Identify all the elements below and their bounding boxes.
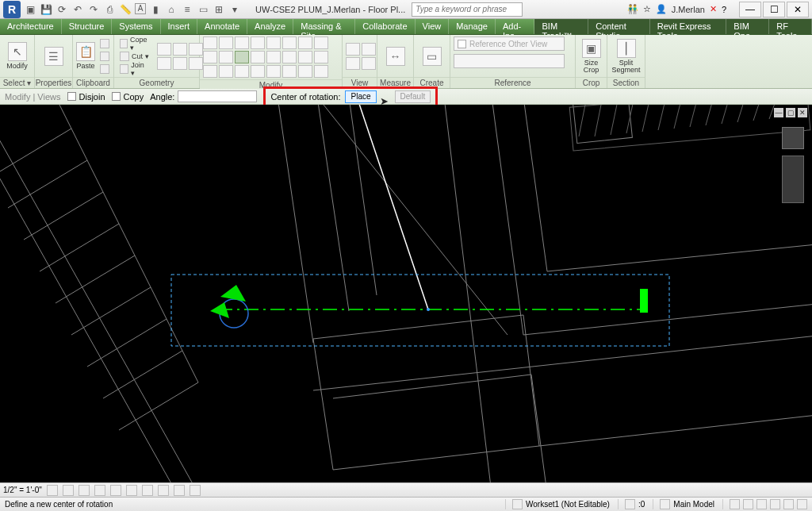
view-min-icon[interactable]: — (774, 108, 783, 117)
select-face-icon[interactable] (770, 499, 780, 509)
close-button[interactable]: ✕ (787, 2, 809, 17)
editable-only-icon[interactable] (625, 499, 635, 509)
mod-icon[interactable] (298, 65, 312, 78)
tab-collaborate[interactable]: Collaborate (355, 19, 415, 34)
properties-button[interactable]: ☰ (38, 37, 69, 75)
tab-revitexpress[interactable]: Revit Express Tools (650, 19, 727, 34)
tab-massing[interactable]: Massing & Site (293, 19, 355, 34)
qat-3d-icon[interactable]: ⌂ (165, 3, 178, 16)
tab-architecture[interactable]: Architecture (0, 19, 62, 34)
tab-manage[interactable]: Manage (449, 19, 496, 34)
mod-icon[interactable] (219, 65, 233, 78)
minimize-button[interactable]: — (739, 2, 761, 17)
reveal-hidden-icon[interactable] (190, 485, 201, 496)
navigation-bar[interactable] (782, 156, 804, 203)
lock-3d-icon[interactable] (158, 485, 169, 496)
move-icon[interactable] (203, 51, 217, 63)
mod-icon[interactable] (282, 36, 297, 49)
mirror-icon[interactable] (235, 36, 249, 49)
mod-icon[interactable] (203, 65, 217, 78)
drawing-canvas[interactable]: — ▢ ✕ (0, 105, 812, 482)
tab-insert[interactable]: Insert (161, 19, 198, 34)
qat-sync-icon[interactable]: ⟳ (56, 3, 68, 16)
geom-icon[interactable] (173, 57, 187, 70)
tab-bimtrack[interactable]: BIM Track™ (534, 19, 588, 34)
qat-save-icon[interactable]: 💾 (40, 3, 52, 16)
tab-addins[interactable]: Add-Ins (496, 19, 535, 34)
qat-open-icon[interactable]: ▣ (24, 3, 36, 16)
rotate-icon[interactable] (235, 51, 249, 63)
qat-close-icon[interactable]: ▭ (197, 3, 209, 16)
angle-input[interactable] (178, 90, 257, 102)
rendering-icon[interactable] (110, 485, 121, 496)
cut-clip-button[interactable] (98, 37, 112, 49)
view-icon[interactable] (362, 43, 376, 56)
scale-label[interactable]: 1/2" = 1'-0" (3, 486, 42, 494)
revit-logo-icon[interactable]: R (3, 1, 21, 18)
geom-icon[interactable] (157, 43, 171, 56)
tab-structure[interactable]: Structure (62, 19, 113, 34)
drag-elements-icon[interactable] (783, 499, 794, 509)
qat-print-icon[interactable]: ⎙ (103, 3, 116, 16)
signin-icon[interactable]: 👤 (656, 4, 667, 14)
tab-bimone[interactable]: BIM One (726, 19, 769, 34)
help-icon[interactable]: ? (722, 5, 726, 14)
search-input[interactable] (412, 2, 523, 17)
geom-icon[interactable] (157, 57, 171, 70)
pin-icon[interactable] (266, 65, 281, 78)
qat-switch-icon[interactable]: ⊞ (213, 3, 225, 16)
mod-icon[interactable] (266, 51, 281, 63)
star-icon[interactable]: ☆ (643, 4, 651, 14)
array-icon[interactable] (298, 51, 312, 63)
mod-icon[interactable] (298, 36, 312, 49)
mod-icon[interactable] (251, 36, 265, 49)
disjoin-checkbox[interactable]: Disjoin (67, 92, 105, 102)
copy-clip-button[interactable] (98, 50, 112, 62)
view-icon[interactable] (362, 57, 376, 70)
view-cube[interactable] (782, 127, 804, 149)
offset-icon[interactable] (219, 36, 233, 49)
tab-systems[interactable]: Systems (112, 19, 160, 34)
design-options-icon[interactable] (660, 499, 670, 509)
sun-path-icon[interactable] (79, 485, 90, 496)
align-icon[interactable] (203, 36, 217, 49)
filter-icon[interactable] (797, 499, 807, 509)
view-max-icon[interactable]: ▢ (786, 108, 795, 117)
qat-drop-icon[interactable]: ▾ (228, 3, 241, 16)
tab-annotate[interactable]: Annotate (197, 19, 247, 34)
detail-level-icon[interactable] (47, 485, 58, 496)
modify-tool-button[interactable]: ↖Modify (3, 37, 31, 75)
mod-icon[interactable] (314, 36, 328, 49)
visual-style-icon[interactable] (63, 485, 74, 496)
paste-button[interactable]: 📋Paste (76, 37, 95, 75)
copy-checkbox[interactable]: Copy (112, 92, 144, 102)
split-icon[interactable] (282, 51, 297, 63)
view-icon[interactable] (346, 57, 360, 70)
workset-icon[interactable] (512, 499, 523, 509)
measure-button[interactable]: ↔ (381, 37, 410, 75)
mod-icon[interactable] (282, 65, 297, 78)
match-button[interactable] (98, 63, 112, 75)
mod-icon[interactable] (251, 65, 265, 78)
select-pinned-icon[interactable] (756, 499, 767, 509)
select-underlay-icon[interactable] (743, 499, 753, 509)
scale-icon[interactable] (314, 51, 328, 63)
crop-region-icon[interactable] (142, 485, 153, 496)
join-button[interactable]: Join ▾ (117, 63, 151, 75)
qat-redo-icon[interactable]: ↷ (87, 3, 100, 16)
mod-icon[interactable] (266, 36, 281, 49)
view-icon[interactable] (346, 43, 360, 56)
cope-button[interactable]: Cope ▾ (117, 37, 151, 49)
infocenter-icon[interactable]: 👬 (627, 4, 638, 14)
delete-icon[interactable] (314, 65, 328, 78)
qat-undo-icon[interactable]: ↶ (71, 3, 84, 16)
mod-icon[interactable] (235, 65, 249, 78)
select-links-icon[interactable] (730, 499, 740, 509)
copy-mod-icon[interactable] (219, 51, 233, 63)
tab-rftools[interactable]: RF Tools (769, 19, 812, 34)
crop-view-icon[interactable] (126, 485, 137, 496)
qat-a-icon[interactable]: A (135, 3, 146, 14)
maximize-button[interactable]: ☐ (763, 2, 785, 17)
qat-thin-icon[interactable]: ≡ (181, 3, 193, 16)
exchange-icon[interactable]: ✕ (710, 4, 717, 14)
